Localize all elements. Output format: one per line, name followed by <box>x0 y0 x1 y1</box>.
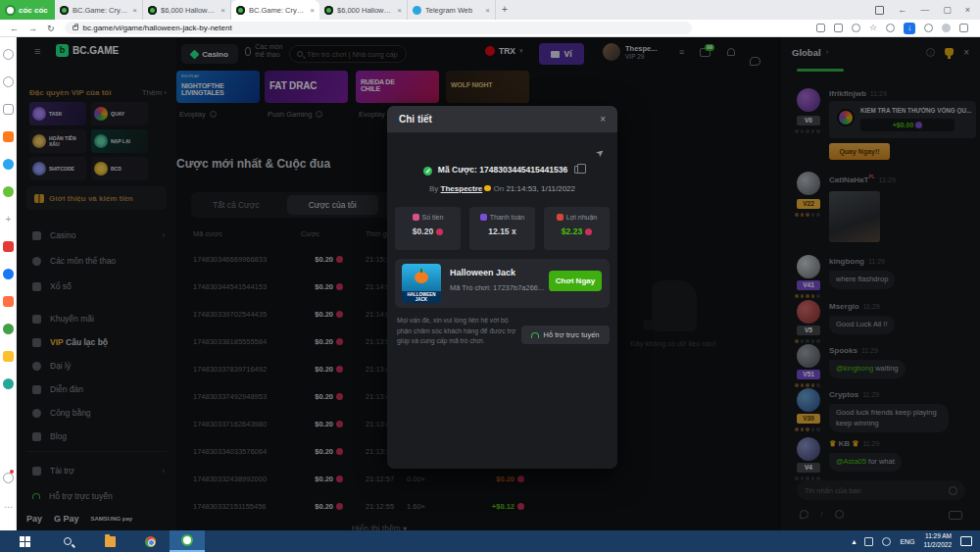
bcgame-favicon <box>148 6 157 15</box>
download-manager-icon[interactable]: ↓ <box>904 23 915 34</box>
window-maximize[interactable]: ▢ <box>943 5 952 15</box>
headset-icon <box>531 332 539 338</box>
new-tab-button[interactable]: + <box>496 0 514 20</box>
bookmark-star-icon[interactable]: ☆ <box>869 24 877 32</box>
thumb-label: HALLOWEEN JACK <box>402 291 441 303</box>
windows-taskbar: ▴ ENG 11:29 AM 11/2/2022 <box>0 530 980 552</box>
stat-profit: Lợi nhuận $2.23 <box>544 207 610 250</box>
window-close[interactable]: × <box>965 5 970 15</box>
window-minimize[interactable]: — <box>920 5 929 15</box>
tray-expand-icon[interactable]: ▴ <box>852 537 856 546</box>
screenshot-icon[interactable] <box>875 6 884 15</box>
back-arrow-icon[interactable]: ← <box>898 5 906 15</box>
tab-title: $6,000 Halloween Slot Battl... <box>161 6 217 15</box>
browser-tab-1[interactable]: BC.Game: Crypto Casino Ga... × <box>55 0 143 20</box>
messenger-icon[interactable] <box>3 159 14 170</box>
more-options-icon[interactable]: ⋯ <box>3 502 14 513</box>
facebook-icon[interactable] <box>3 269 14 279</box>
taskbar-tray: ▴ ENG 11:29 AM 11/2/2022 <box>852 532 980 550</box>
taskbar-search-icon[interactable] <box>64 537 72 545</box>
telegram-favicon <box>413 6 421 15</box>
browser-sidebar: + ⋯ <box>0 37 17 530</box>
browser-tab-2[interactable]: $6,000 Halloween Slot Battl... × <box>143 0 231 20</box>
translate-icon[interactable] <box>834 24 843 32</box>
bet-author-line: By Thespectre On 21:14:53, 1/11/2022 <box>387 184 617 193</box>
profit-icon <box>557 214 564 221</box>
browser-tab-4[interactable]: $6,000 Halloween Slot Battl... × <box>319 0 408 20</box>
shopping-icon[interactable] <box>3 296 14 307</box>
support-note: Mọi vấn đề, xin vui lòng liên hệ với bộ … <box>397 316 524 347</box>
profile-avatar-icon[interactable] <box>942 24 951 32</box>
stat-amount: Số tiền $0.20 <box>395 207 461 250</box>
wallet-app-icon[interactable] <box>3 378 14 389</box>
notification-dot <box>10 470 14 474</box>
browser-tab-3-active[interactable]: BC.Game: Crypto Casino Ga... × <box>231 0 319 20</box>
coccoc-icon <box>181 534 193 546</box>
browser-tab-5[interactable]: Telegram Web × <box>408 0 496 20</box>
clock-time: 11:29 AM <box>924 532 952 541</box>
language-indicator[interactable]: ENG <box>900 538 914 545</box>
game-code-line: Mã Trò chơi: 17237b7a266... <box>450 283 557 292</box>
share-icon[interactable]: ➤ <box>593 146 606 160</box>
settings-gear-icon[interactable] <box>3 49 14 60</box>
game-shortcut-icon[interactable] <box>3 186 14 197</box>
volume-icon[interactable] <box>882 537 891 546</box>
tab-close-icon[interactable]: × <box>310 6 315 15</box>
start-button[interactable] <box>20 536 30 547</box>
youtube-icon[interactable] <box>3 241 14 252</box>
bee-icon <box>484 185 491 191</box>
game-name: Halloween Jack <box>450 268 515 277</box>
network-icon[interactable] <box>864 537 873 546</box>
verified-shield-icon: ✓ <box>423 167 432 176</box>
nav-reload-icon[interactable]: ↻ <box>47 24 55 33</box>
address-bar[interactable]: bc.game/vi/game/halloween-jack-by-netent <box>65 22 692 34</box>
tab-close-icon[interactable]: × <box>220 6 225 15</box>
tab-title: BC.Game: Crypto Casino Ga... <box>73 6 128 15</box>
rewards-icon[interactable] <box>3 351 14 362</box>
tab-close-icon[interactable]: × <box>397 6 402 15</box>
lock-icon <box>73 25 78 30</box>
reading-list-icon[interactable] <box>3 104 14 115</box>
toolbar-icons: ☆ ↓ <box>816 23 980 34</box>
bet-author-link[interactable]: Thespectre <box>441 184 483 193</box>
bet-id-line: ✓ Mã Cược: 1748303445415441536 <box>387 165 617 176</box>
chrome-icon[interactable] <box>145 536 156 547</box>
bet-id-value: 1748303445415441536 <box>479 165 567 175</box>
coccoc-taskbar-icon-active[interactable] <box>170 530 205 552</box>
clock-date: 11/2/2022 <box>924 541 952 550</box>
file-explorer-icon[interactable] <box>105 536 116 547</box>
game-code-value: 17237b7a266... <box>493 283 544 292</box>
amount-icon <box>413 214 419 221</box>
downloads-icon[interactable] <box>959 24 968 32</box>
bcgame-favicon <box>324 6 333 15</box>
nav-forward-icon[interactable]: → <box>28 24 37 33</box>
share-icon[interactable] <box>852 24 860 32</box>
save-page-icon[interactable] <box>816 24 825 32</box>
taskbar-clock[interactable]: 11:29 AM 11/2/2022 <box>924 532 952 550</box>
page-url: bc.game/vi/game/halloween-jack-by-netent <box>83 24 232 32</box>
history-icon[interactable] <box>3 76 14 87</box>
payout-icon <box>480 214 487 221</box>
play-now-button[interactable]: Chơi Ngay <box>549 271 602 291</box>
tab-close-icon[interactable]: × <box>132 6 137 15</box>
sync-icon[interactable] <box>924 24 933 32</box>
game-thumbnail[interactable]: HALLOWEEN JACK <box>402 264 441 303</box>
tab-title: BC.Game: Crypto Casino Ga... <box>249 6 306 15</box>
hot-deals-icon[interactable] <box>3 131 14 142</box>
tab-close-icon[interactable]: × <box>485 6 490 15</box>
add-shortcut-icon[interactable]: + <box>3 214 14 225</box>
coccoc-brand-button[interactable]: cốc cốc <box>0 0 55 20</box>
game-card: HALLOWEEN JACK Halloween Jack Mã Trò chơ… <box>395 259 610 308</box>
bet-datetime: 21:14:53, 1/11/2022 <box>506 184 575 193</box>
tab-title: $6,000 Halloween Slot Battl... <box>337 6 393 15</box>
modal-title: Chi tiết <box>399 114 432 125</box>
nav-back-icon[interactable]: ← <box>10 24 19 33</box>
action-center-icon[interactable] <box>960 536 972 546</box>
modal-close-icon[interactable]: × <box>600 114 606 125</box>
notification-bell-icon[interactable] <box>3 473 14 483</box>
chat-app-icon[interactable] <box>3 324 14 334</box>
live-support-button[interactable]: Hỗ trợ trực tuyến <box>521 326 610 344</box>
copy-icon[interactable] <box>574 166 581 174</box>
tab-title: Telegram Web <box>425 6 472 15</box>
adblock-shield-icon[interactable] <box>886 24 895 32</box>
